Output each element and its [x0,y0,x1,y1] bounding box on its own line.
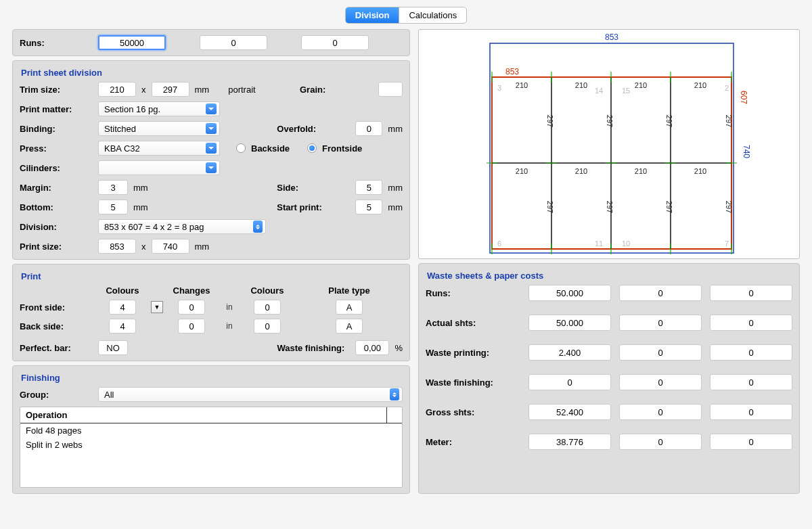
press-select[interactable]: KBA C32 [98,141,220,156]
svg-text:853: 853 [605,32,618,42]
binding-select[interactable]: Stitched [98,121,220,136]
waste-value: 0 [619,404,702,420]
cilinders-select[interactable] [98,160,220,175]
grain-input[interactable] [378,82,403,97]
runs-input-1[interactable] [98,35,166,50]
trim-height[interactable] [152,82,189,97]
tab-division[interactable]: Division [346,7,400,23]
frontside-radio[interactable] [307,143,317,153]
waste-row-label: Gross shts: [426,407,520,417]
tab-bar: Division Calculations [0,0,812,29]
imposition-preview: 853 740 853 607 210 210 210 2 [418,29,800,259]
svg-text:210: 210 [635,167,647,175]
x-sep: x [141,85,146,95]
back-plate[interactable] [336,319,363,334]
waste-value: 50.000 [528,285,611,301]
binding-label: Binding: [20,124,93,134]
side-input[interactable] [355,180,382,195]
printsize-h[interactable] [152,239,189,254]
svg-text:210: 210 [516,81,528,89]
svg-text:14: 14 [595,87,603,95]
svg-text:297: 297 [546,201,554,213]
svg-text:10: 10 [622,239,630,248]
waste-value: 0 [619,344,702,361]
front-colours[interactable] [109,300,136,315]
trim-width[interactable] [98,82,136,97]
front-colours2[interactable] [254,300,281,315]
h-colours: Colours [98,285,147,296]
runs-input-3[interactable] [301,35,369,50]
matter-select[interactable]: Section 16 pg. [98,101,220,116]
printsize-label: Print size: [20,242,93,252]
svg-text:210: 210 [575,81,587,89]
waste-value: 50.000 [528,315,611,331]
svg-text:210: 210 [575,167,587,175]
back-in: in [220,321,239,331]
cilinders-label: Cilinders: [20,163,93,173]
waste-row-label: Meter: [426,437,520,447]
waste-value: 0 [619,285,702,301]
matter-value: Section 16 pg. [104,104,160,114]
svg-text:297: 297 [606,201,614,213]
front-changes[interactable] [178,300,205,315]
operation-item[interactable]: Split in 2 webs [20,438,402,452]
margin-input[interactable] [98,180,128,195]
side-unit: mm [388,183,403,193]
waste-value: 38.776 [528,434,611,450]
operation-list[interactable]: Operation Fold 48 pages Split in 2 webs [20,407,403,488]
trim-label: Trim size: [20,85,93,95]
svg-text:2: 2 [725,84,729,92]
svg-text:853: 853 [505,67,519,76]
h-plate: Plate type [319,285,380,296]
press-value: KBA C32 [104,143,140,154]
waste-title: Waste sheets & paper costs [427,271,792,281]
startprint-unit: mm [388,202,403,212]
chevron-down-icon [206,104,217,114]
tab-calculations[interactable]: Calculations [399,7,466,23]
front-in: in [220,302,239,312]
svg-text:11: 11 [595,239,603,248]
startprint-input[interactable] [355,200,382,214]
bottom-input[interactable] [98,200,128,214]
back-colours[interactable] [109,319,136,334]
wastefin-input[interactable] [355,340,389,355]
svg-text:15: 15 [622,87,630,95]
svg-text:297: 297 [665,115,673,127]
svg-text:297: 297 [546,115,554,127]
x-sep2: x [141,242,146,252]
overfold-input[interactable] [355,121,382,136]
division-select[interactable]: 853 x 607 = 4 x 2 = 8 pag [98,219,266,234]
waste-row-label: Runs: [426,288,520,298]
frontside-row-label: Front side: [20,302,94,313]
grain-label: Grain: [300,85,373,95]
margin-label: Margin: [20,183,93,193]
svg-text:210: 210 [694,81,706,89]
svg-text:297: 297 [725,201,733,213]
waste-value: 0 [710,285,792,301]
back-changes[interactable] [178,319,205,334]
group-select[interactable]: All [98,387,403,402]
waste-value: 0 [528,374,611,390]
wastefin-unit: % [394,343,403,353]
chevron-down-icon [206,143,217,154]
front-plate[interactable] [336,300,363,315]
perfect-input[interactable] [98,340,128,355]
svg-text:210: 210 [635,81,647,89]
h-changes: Changes [167,285,216,296]
operation-item[interactable]: Fold 48 pages [20,423,402,438]
printsize-w[interactable] [98,239,136,254]
printsize-unit: mm [195,242,210,252]
runs-label: Runs: [20,38,93,48]
svg-text:210: 210 [694,167,706,175]
h-colours2: Colours [243,285,292,296]
startprint-label: Start print: [277,202,350,212]
back-colours2[interactable] [254,319,281,334]
svg-text:7: 7 [725,239,729,248]
finishing-title: Finishing [21,373,403,383]
backside-radio[interactable] [236,143,246,153]
runs-input-2[interactable] [200,35,267,50]
front-colours-dropdown[interactable]: ▼ [151,301,163,313]
wastefin-label: Waste finishing: [277,343,350,353]
waste-value: 0 [710,374,792,390]
waste-value: 0 [710,404,792,420]
